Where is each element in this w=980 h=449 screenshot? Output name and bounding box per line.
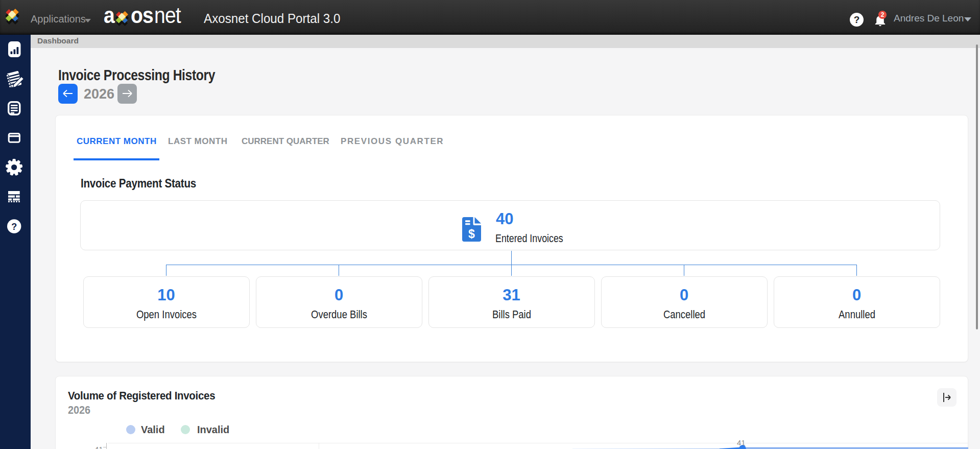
svg-text:?: ? xyxy=(11,222,17,232)
svg-text:$: $ xyxy=(468,227,475,241)
